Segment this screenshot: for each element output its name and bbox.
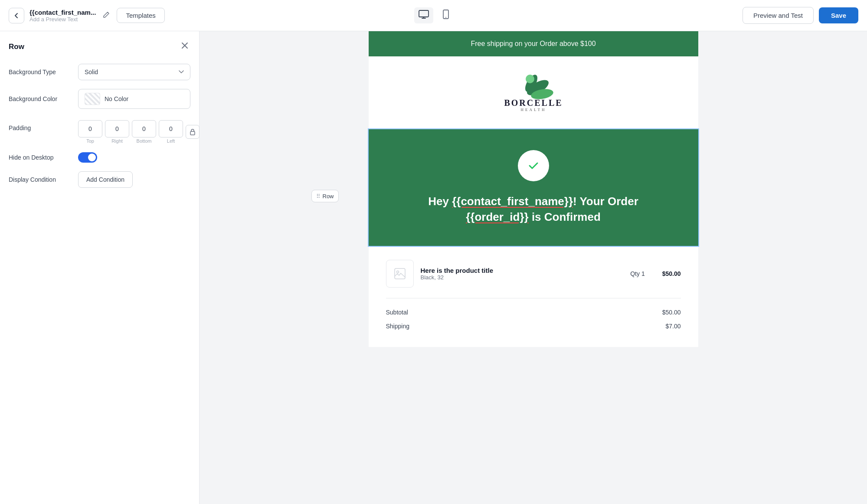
padding-right-wrap: 0 Right xyxy=(105,120,129,144)
padding-lock-button[interactable] xyxy=(186,125,200,139)
order-summary: Subtotal $50.00 Shipping $7.00 xyxy=(386,298,681,333)
padding-top-wrap: 0 Top xyxy=(78,120,102,144)
page-title: {{contact_first_nam... xyxy=(29,9,96,16)
subtotal-row: Subtotal $50.00 xyxy=(386,305,681,319)
product-qty: Qty 1 xyxy=(630,270,645,277)
background-color-field: Background Color No Color xyxy=(9,89,190,109)
qty-label: Qty xyxy=(630,270,640,277)
qty-value: 1 xyxy=(641,270,645,277)
email-banner: Free shipping on your Order above $100 xyxy=(369,31,698,56)
pencil-icon xyxy=(103,11,110,18)
background-type-select[interactable]: Solid xyxy=(78,64,190,80)
padding-bottom-input[interactable]: 0 xyxy=(132,120,156,137)
banner-text: Free shipping on your Order above $100 xyxy=(471,40,595,47)
templates-button[interactable]: Templates xyxy=(117,8,164,23)
hide-desktop-label: Hide on Desktop xyxy=(9,154,78,161)
padding-field: Padding 0 Top 0 Right 0 Bottom xyxy=(9,118,190,144)
edit-title-button[interactable] xyxy=(101,10,111,22)
subtotal-label: Subtotal xyxy=(386,309,408,316)
shipping-value: $7.00 xyxy=(665,323,681,330)
shipping-label: Shipping xyxy=(386,323,410,330)
row-handle-label: Row xyxy=(323,193,334,200)
svg-rect-10 xyxy=(395,268,405,279)
properties-panel: Row Background Type Solid Background xyxy=(0,31,200,504)
product-info: Here is the product title Black, 32 xyxy=(421,267,624,281)
add-condition-button[interactable]: Add Condition xyxy=(78,171,133,188)
confirmation-section[interactable]: Hey {{contact_first_name}}! Your Order {… xyxy=(369,129,698,246)
borcelle-logo: BORCELLE HEALTH xyxy=(499,70,568,114)
confirmation-text: Hey {{contact_first_name}}! Your Order {… xyxy=(386,193,681,225)
order-id-var: {{order_id}} xyxy=(466,210,529,223)
header-center xyxy=(294,7,573,24)
svg-point-11 xyxy=(396,271,399,273)
main-layout: Row Background Type Solid Background xyxy=(0,31,867,504)
product-price: $50.00 xyxy=(662,270,681,277)
row-handle[interactable]: ⠿ Row xyxy=(311,190,339,203)
padding-bottom-label: Bottom xyxy=(137,138,152,144)
color-swatch xyxy=(85,93,100,105)
svg-point-7 xyxy=(526,75,534,83)
background-type-field: Background Type Solid xyxy=(9,64,190,80)
display-condition-field: Display Condition Add Condition xyxy=(9,171,190,188)
padding-right-input[interactable]: 0 xyxy=(105,120,129,137)
preview-area: ⠿ Row Free shipping on your Order above … xyxy=(200,31,867,504)
save-button[interactable]: Save xyxy=(819,7,858,23)
mobile-icon xyxy=(443,10,449,19)
product-variant: Black, 32 xyxy=(421,274,624,281)
hide-desktop-toggle[interactable] xyxy=(78,152,97,163)
contact-name-var: {{contact_first_name}} xyxy=(452,195,573,208)
shipping-row: Shipping $7.00 xyxy=(386,319,681,333)
padding-left-input[interactable]: 0 xyxy=(159,120,183,137)
padding-left-wrap: 0 Left xyxy=(159,120,183,144)
product-image xyxy=(386,260,414,288)
product-title: Here is the product title xyxy=(421,267,624,274)
lock-icon xyxy=(190,128,196,135)
desktop-icon xyxy=(419,10,429,19)
svg-text:BORCELLE: BORCELLE xyxy=(504,98,563,108)
svg-rect-3 xyxy=(190,131,195,135)
chevron-down-icon xyxy=(179,70,184,74)
checkmark-icon xyxy=(527,159,540,173)
back-icon xyxy=(13,12,20,19)
back-button[interactable] xyxy=(9,8,24,23)
background-color-picker[interactable]: No Color xyxy=(78,89,190,109)
confirmation-line-2: {{order_id}} is Confirmed xyxy=(386,209,681,225)
panel-title: Row xyxy=(9,43,24,51)
logo-area: BORCELLE HEALTH xyxy=(369,56,698,129)
close-icon xyxy=(181,42,189,49)
order-item: Here is the product title Black, 32 Qty … xyxy=(386,260,681,288)
svg-point-2 xyxy=(445,17,446,18)
display-condition-control: Add Condition xyxy=(78,171,190,188)
padding-right-label: Right xyxy=(111,138,123,144)
hide-desktop-control xyxy=(78,152,190,163)
svg-rect-0 xyxy=(419,10,429,17)
desktop-view-button[interactable] xyxy=(414,7,433,23)
padding-top-input[interactable]: 0 xyxy=(78,120,102,137)
page-subtitle: Add a Preview Text xyxy=(29,16,96,23)
background-type-label: Background Type xyxy=(9,69,78,75)
header-right: Preview and Test Save xyxy=(579,7,858,24)
background-type-control: Solid xyxy=(78,64,190,80)
close-panel-button[interactable] xyxy=(179,40,190,53)
order-section: Here is the product title Black, 32 Qty … xyxy=(369,246,698,347)
subtotal-value: $50.00 xyxy=(662,309,681,316)
title-area: {{contact_first_nam... Add a Preview Tex… xyxy=(29,9,96,23)
confirmation-line-1: Hey {{contact_first_name}}! Your Order xyxy=(386,193,681,209)
padding-control: 0 Top 0 Right 0 Bottom 0 Left xyxy=(78,120,200,144)
drag-dots-icon: ⠿ xyxy=(316,193,320,200)
hide-desktop-field: Hide on Desktop xyxy=(9,152,190,163)
mobile-view-button[interactable] xyxy=(438,7,453,24)
display-condition-label: Display Condition xyxy=(9,176,78,183)
panel-header: Row xyxy=(9,40,190,53)
padding-top-label: Top xyxy=(86,138,94,144)
header-left: {{contact_first_nam... Add a Preview Tex… xyxy=(9,8,288,23)
padding-left-label: Left xyxy=(167,138,175,144)
color-value: No Color xyxy=(105,95,128,102)
background-color-control: No Color xyxy=(78,89,190,109)
preview-test-button[interactable]: Preview and Test xyxy=(743,7,814,24)
svg-text:HEALTH: HEALTH xyxy=(520,108,546,112)
padding-bottom-wrap: 0 Bottom xyxy=(132,120,156,144)
background-type-value: Solid xyxy=(85,69,98,75)
email-preview: Free shipping on your Order above $100 B… xyxy=(369,31,698,347)
background-color-label: Background Color xyxy=(9,95,78,102)
